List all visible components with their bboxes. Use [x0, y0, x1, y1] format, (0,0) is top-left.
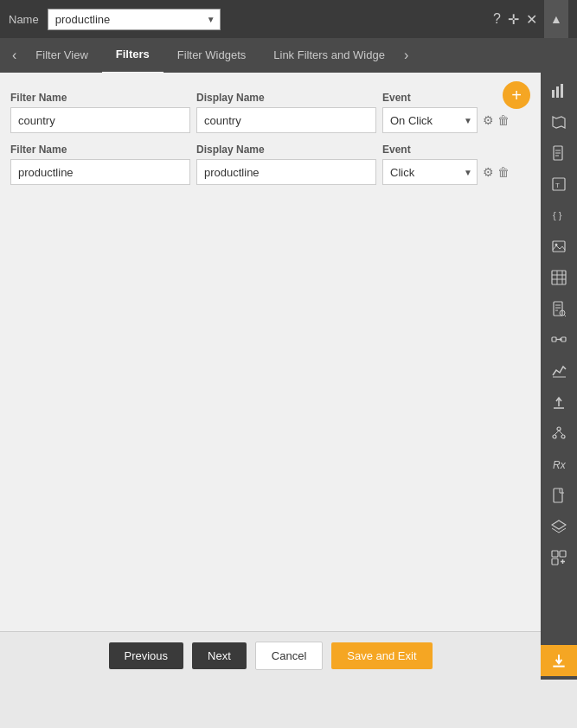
tab-prev-btn[interactable]: ‹ [7, 38, 22, 73]
text-icon[interactable]: T [543, 169, 574, 199]
tab-filter-view[interactable]: Filter View [22, 38, 101, 73]
previous-button[interactable]: Previous [109, 642, 184, 669]
name-dropdown[interactable]: productline country status [48, 9, 221, 30]
image-icon[interactable] [543, 232, 574, 261]
download-icon[interactable] [541, 645, 577, 676]
event-select-1[interactable]: On Click Click On Change [382, 107, 478, 133]
svg-point-31 [561, 435, 565, 438]
svg-rect-10 [553, 241, 565, 252]
svg-rect-23 [552, 337, 556, 342]
event-header-1: Event [382, 92, 486, 104]
content-panel: + Filter Name Display Name Event On Clic… [0, 73, 541, 680]
svg-rect-39 [552, 559, 558, 565]
svg-line-32 [555, 431, 559, 435]
tab-filter-widgets[interactable]: Filter Widgets [163, 38, 260, 73]
hierarchy-icon[interactable] [543, 418, 574, 448]
row-actions-1: ⚙ 🗑 [483, 113, 510, 127]
svg-point-29 [557, 427, 561, 431]
filter-row-1: Filter Name Display Name Event On Click … [10, 92, 530, 133]
add-filter-button[interactable]: + [503, 81, 530, 109]
filter-headers-1: Filter Name Display Name Event [10, 92, 530, 104]
event-select-wrap-1: On Click Click On Change ▼ [382, 107, 478, 133]
upload-icon[interactable] [543, 387, 574, 417]
svg-rect-1 [556, 86, 559, 98]
display-name-header-2: Display Name [196, 144, 382, 156]
row-actions-2: ⚙ 🗑 [483, 165, 510, 179]
tab-filters[interactable]: Filters [102, 37, 163, 73]
filter-inputs-2: Click On Click On Change ▼ ⚙ 🗑 [10, 159, 530, 185]
filter-headers-2: Filter Name Display Name Event [10, 144, 530, 156]
filter-name-input-1[interactable] [10, 107, 190, 133]
svg-rect-38 [560, 551, 566, 557]
svg-rect-37 [552, 551, 558, 557]
sparkline-icon[interactable] [543, 356, 574, 386]
map-icon[interactable] [543, 107, 574, 137]
grid-plus-icon[interactable] [543, 543, 574, 572]
event-select-wrap-2: Click On Click On Change ▼ [382, 159, 478, 185]
save-exit-button[interactable]: Save and Exit [331, 642, 432, 669]
tab-link-filters[interactable]: Link Filters and Widge [260, 38, 399, 73]
delete-icon-2[interactable]: 🗑 [497, 165, 510, 179]
footer: Previous Next Cancel Save and Exit [0, 631, 541, 680]
scroll-up-icon[interactable]: ▲ [544, 0, 568, 38]
event-header-2: Event [382, 144, 486, 156]
svg-rect-35 [554, 489, 562, 502]
svg-marker-36 [552, 520, 566, 529]
filter-inputs-1: On Click Click On Change ▼ ⚙ 🗑 [10, 107, 530, 133]
header-icons: ? ✛ ✕ ▲ [493, 0, 568, 38]
document-icon[interactable] [543, 138, 574, 168]
close-icon[interactable]: ✕ [526, 11, 537, 28]
svg-point-30 [553, 435, 556, 438]
svg-text:{ }: { } [553, 210, 562, 220]
filter-name-header-1: Filter Name [10, 92, 196, 104]
svg-text:Rx: Rx [553, 459, 567, 471]
tab-bar: ‹ Filter View Filters Filter Widgets Lin… [0, 38, 577, 73]
layers-icon[interactable] [543, 512, 574, 541]
settings-icon-2[interactable]: ⚙ [483, 165, 494, 179]
header: Name productline country status ▼ ? ✛ ✕ … [0, 0, 577, 38]
cancel-button[interactable]: Cancel [255, 642, 323, 670]
name-dropdown-wrap: productline country status ▼ [48, 9, 221, 30]
right-sidebar: T { } Rx [541, 73, 577, 680]
svg-line-33 [559, 431, 563, 435]
bar-chart-icon[interactable] [543, 76, 574, 105]
settings-icon-1[interactable]: ⚙ [483, 113, 494, 127]
next-button[interactable]: Next [192, 642, 247, 669]
help-icon[interactable]: ? [493, 11, 501, 27]
svg-line-22 [565, 316, 567, 317]
table-icon[interactable] [543, 263, 574, 292]
display-name-header-1: Display Name [196, 92, 382, 104]
filter-name-input-2[interactable] [10, 159, 190, 185]
filter-name-header-2: Filter Name [10, 144, 196, 156]
event-select-2[interactable]: Click On Click On Change [382, 159, 478, 185]
tab-next-btn[interactable]: › [399, 38, 414, 73]
svg-rect-12 [552, 271, 566, 284]
move-icon[interactable]: ✛ [508, 11, 519, 28]
braces-icon[interactable]: { } [543, 201, 574, 230]
rx-icon[interactable]: Rx [543, 450, 574, 479]
delete-icon-1[interactable]: 🗑 [497, 113, 510, 127]
display-name-input-1[interactable] [196, 107, 376, 133]
svg-rect-0 [552, 90, 555, 98]
doc2-icon[interactable] [543, 481, 574, 510]
main-area: + Filter Name Display Name Event On Clic… [0, 73, 577, 680]
report-icon[interactable] [543, 294, 574, 323]
display-name-input-2[interactable] [196, 159, 376, 185]
filter-row-2: Filter Name Display Name Event Click On … [10, 144, 530, 185]
svg-rect-17 [554, 302, 562, 316]
name-label: Name [9, 13, 39, 26]
svg-text:T: T [555, 182, 560, 189]
flow-icon[interactable] [543, 325, 574, 354]
svg-rect-2 [561, 84, 563, 98]
